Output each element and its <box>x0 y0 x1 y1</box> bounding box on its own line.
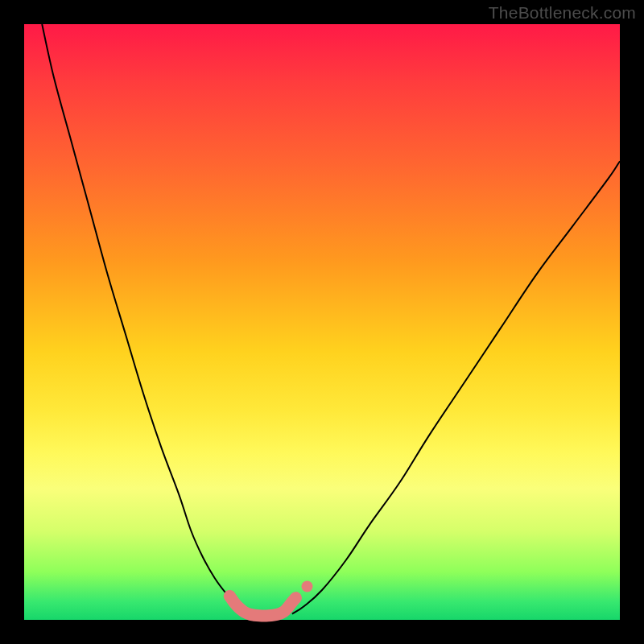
bottleneck-curve <box>42 24 250 616</box>
bottleneck-curve-right <box>292 161 620 613</box>
chart-svg <box>24 24 620 620</box>
chart-frame: TheBottleneck.com <box>0 0 644 644</box>
plot-area <box>24 24 620 620</box>
highlight-band <box>229 596 295 616</box>
highlight-dot <box>302 581 313 592</box>
watermark-text: TheBottleneck.com <box>489 3 636 23</box>
